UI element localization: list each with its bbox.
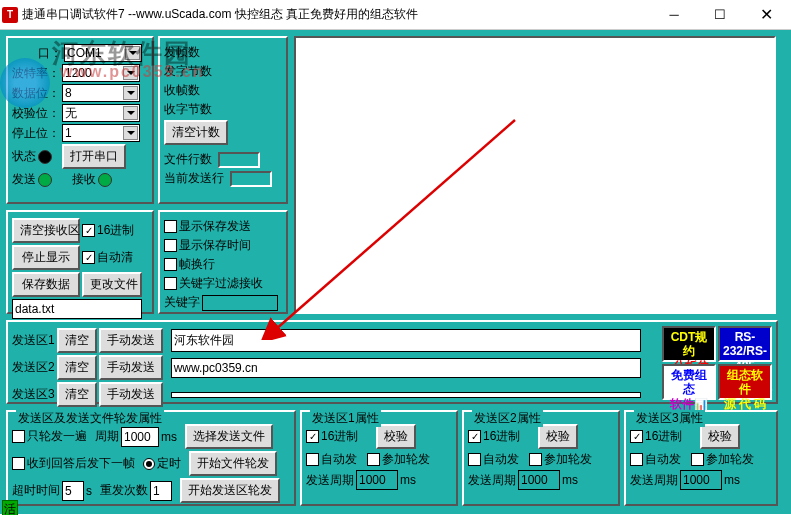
current-line-value bbox=[230, 171, 272, 187]
receive-textarea[interactable] bbox=[294, 36, 776, 314]
clear2-button[interactable]: 清空 bbox=[57, 355, 97, 380]
disp-opts-panel: 显示保存发送 显示保存时间 帧换行 关键字过滤接收 关键字 bbox=[158, 210, 288, 314]
port-label: 口： bbox=[12, 45, 62, 62]
hex-check[interactable]: ✓16进制 bbox=[82, 222, 134, 239]
recv-label: 接收 bbox=[72, 171, 96, 188]
file-lines-value bbox=[218, 152, 260, 168]
timeout-label: 超时时间 bbox=[12, 482, 60, 499]
only-once-check[interactable]: 只轮发一遍 bbox=[12, 428, 87, 445]
save-data-button[interactable]: 保存数据 bbox=[12, 272, 80, 297]
poll-title: 发送区及发送文件轮发属性 bbox=[16, 410, 164, 427]
area2-props-panel: 发送区2属性 ✓16进制校验 自动发参加轮发 发送周期1000ms bbox=[462, 410, 620, 506]
area3-props-panel: 发送区3属性 ✓16进制校验 自动发参加轮发 发送周期1000ms bbox=[624, 410, 778, 506]
recv-led bbox=[98, 173, 112, 187]
window-title: 捷通串口调试软件7 --www.uScada.com 快控组态 真正免费好用的组… bbox=[22, 6, 651, 23]
send-area1-label: 发送区1 bbox=[12, 332, 55, 349]
select-file-button[interactable]: 选择发送文件 bbox=[185, 424, 273, 449]
clear1-button[interactable]: 清空 bbox=[57, 328, 97, 353]
a3-poll-check[interactable]: 参加轮发 bbox=[691, 451, 754, 468]
a1-hex-check[interactable]: ✓16进制 bbox=[306, 428, 358, 445]
titlebar: T 捷通串口调试软件7 --www.uScada.com 快控组态 真正免费好用… bbox=[0, 0, 791, 30]
a3-auto-check[interactable]: 自动发 bbox=[630, 451, 681, 468]
send-area1-input[interactable]: 河东软件园 bbox=[171, 329, 641, 352]
show-save-send-check[interactable]: 显示保存发送 bbox=[164, 218, 251, 235]
send-area3-input[interactable] bbox=[171, 392, 641, 398]
start-area-poll-button[interactable]: 开始发送区轮发 bbox=[180, 478, 280, 503]
area2-props-title: 发送区2属性 bbox=[472, 410, 543, 427]
a1-auto-check[interactable]: 自动发 bbox=[306, 451, 357, 468]
recv-frames-label: 收帧数 bbox=[164, 82, 200, 99]
send-bytes-label: 发字节数 bbox=[164, 63, 212, 80]
source-badge[interactable]: 组态软件源 代 码 bbox=[718, 364, 772, 400]
a2-period-input[interactable]: 1000 bbox=[518, 470, 560, 490]
keyword-input[interactable] bbox=[202, 295, 278, 311]
port-select[interactable]: COM1 bbox=[64, 44, 142, 62]
baud-select[interactable]: 1200 bbox=[62, 64, 140, 82]
rs-badge[interactable]: RS-232/RS-485波仕电子www.bosi.com.cn bbox=[718, 326, 772, 362]
open-port-button[interactable]: 打开串口 bbox=[62, 144, 126, 169]
period-label: 周期 bbox=[95, 428, 119, 445]
databits-select[interactable]: 8 bbox=[62, 84, 140, 102]
show-save-time-check[interactable]: 显示保存时间 bbox=[164, 237, 251, 254]
timeout-input[interactable]: 5 bbox=[62, 481, 84, 501]
serial-panel: 口：COM1 波特率：1200 数据位：8 校验位：无 停止位：1 状态打开串口… bbox=[6, 36, 154, 204]
a1-check-button[interactable]: 校验 bbox=[376, 424, 416, 449]
retry-label: 重发次数 bbox=[100, 482, 148, 499]
current-line-label: 当前发送行 bbox=[164, 170, 224, 187]
manual-send1-button[interactable]: 手动发送 bbox=[99, 328, 163, 353]
close-button[interactable]: ✕ bbox=[743, 1, 789, 29]
keyword-label: 关键字 bbox=[164, 294, 200, 311]
a2-check-button[interactable]: 校验 bbox=[538, 424, 578, 449]
parity-label: 校验位： bbox=[12, 105, 60, 122]
send-frames-label: 发帧数 bbox=[164, 44, 200, 61]
a1-poll-check[interactable]: 参加轮发 bbox=[367, 451, 430, 468]
parity-select[interactable]: 无 bbox=[62, 104, 140, 122]
a3-period-label: 发送周期 bbox=[630, 472, 678, 489]
manual-send3-button[interactable]: 手动发送 bbox=[99, 382, 163, 407]
frame-wrap-check[interactable]: 帧换行 bbox=[164, 256, 215, 273]
a2-hex-check[interactable]: ✓16进制 bbox=[468, 428, 520, 445]
send-led bbox=[38, 173, 52, 187]
databits-label: 数据位： bbox=[12, 85, 60, 102]
send-area2-input[interactable]: www.pc0359.cn bbox=[171, 358, 641, 378]
recv-bytes-label: 收字节数 bbox=[164, 101, 212, 118]
a3-period-input[interactable]: 1000 bbox=[680, 470, 722, 490]
recv-opts-panel: 清空接收区✓16进制 停止显示✓自动清 保存数据更改文件 data.txt bbox=[6, 210, 154, 314]
a3-hex-check[interactable]: ✓16进制 bbox=[630, 428, 682, 445]
area1-props-panel: 发送区1属性 ✓16进制校验 自动发参加轮发 发送周期1000ms bbox=[300, 410, 458, 506]
a2-period-label: 发送周期 bbox=[468, 472, 516, 489]
a1-period-input[interactable]: 1000 bbox=[356, 470, 398, 490]
timed-radio[interactable]: 定时 bbox=[143, 455, 181, 472]
a3-check-button[interactable]: 校验 bbox=[700, 424, 740, 449]
a2-auto-check[interactable]: 自动发 bbox=[468, 451, 519, 468]
app-icon: T bbox=[2, 7, 18, 23]
baud-label: 波特率： bbox=[12, 65, 60, 82]
send-areas-panel: 发送区1 清空 手动发送 河东软件园 发送区2 清空 手动发送 www.pc03… bbox=[6, 320, 778, 404]
cdt-badge[interactable]: CDT规约分析仿真 bbox=[662, 326, 716, 362]
area1-props-title: 发送区1属性 bbox=[310, 410, 381, 427]
status-indicator: 活 bbox=[2, 500, 18, 515]
keyword-filter-check[interactable]: 关键字过滤接收 bbox=[164, 275, 263, 292]
retry-input[interactable]: 1 bbox=[150, 481, 172, 501]
status-led bbox=[38, 150, 52, 164]
free-badge[interactable]: 免费组态软件📊 bbox=[662, 364, 716, 400]
maximize-button[interactable]: ☐ bbox=[697, 1, 743, 29]
start-file-poll-button[interactable]: 开始文件轮发 bbox=[189, 451, 277, 476]
clear3-button[interactable]: 清空 bbox=[57, 382, 97, 407]
filename-input[interactable]: data.txt bbox=[12, 299, 142, 319]
a1-period-label: 发送周期 bbox=[306, 472, 354, 489]
wait-reply-check[interactable]: 收到回答后发下一帧 bbox=[12, 455, 135, 472]
stopbits-select[interactable]: 1 bbox=[62, 124, 140, 142]
period-input[interactable]: 1000 bbox=[121, 427, 159, 447]
area3-props-title: 发送区3属性 bbox=[634, 410, 705, 427]
change-file-button[interactable]: 更改文件 bbox=[82, 272, 142, 297]
minimize-button[interactable]: ─ bbox=[651, 1, 697, 29]
clear-count-button[interactable]: 清空计数 bbox=[164, 120, 228, 145]
clear-recv-button[interactable]: 清空接收区 bbox=[12, 218, 80, 243]
status-label: 状态 bbox=[12, 148, 36, 165]
send-area3-label: 发送区3 bbox=[12, 386, 55, 403]
a2-poll-check[interactable]: 参加轮发 bbox=[529, 451, 592, 468]
autoclear-check[interactable]: ✓自动清 bbox=[82, 249, 133, 266]
stop-display-button[interactable]: 停止显示 bbox=[12, 245, 80, 270]
manual-send2-button[interactable]: 手动发送 bbox=[99, 355, 163, 380]
